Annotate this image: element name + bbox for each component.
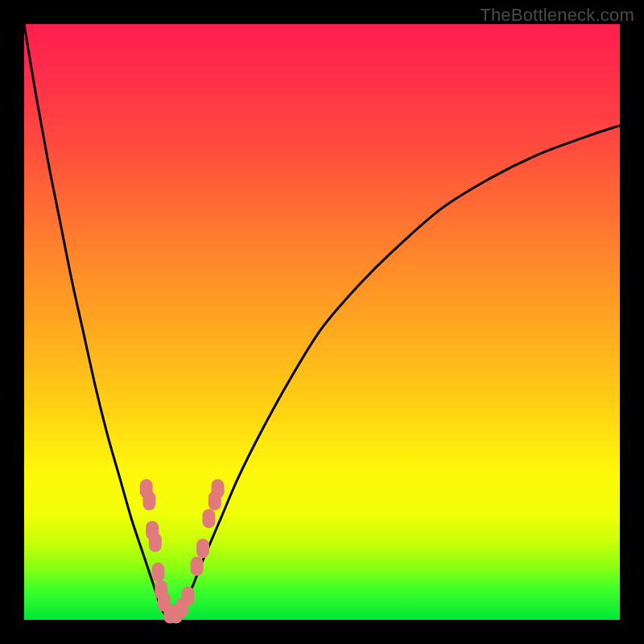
chart-curve-group (24, 24, 620, 621)
chart-marker-group (140, 479, 225, 623)
curve-marker (152, 563, 165, 582)
chart-plot-area (24, 24, 620, 620)
watermark-text: TheBottleneck.com (480, 5, 634, 26)
curve-marker (149, 533, 162, 552)
curve-marker (191, 556, 204, 576)
chart-frame: TheBottleneck.com (0, 0, 644, 644)
curve-marker (196, 539, 209, 558)
curve-marker (202, 509, 215, 528)
bottleneck-curve (24, 24, 620, 621)
chart-svg (24, 24, 620, 620)
curve-marker (212, 479, 225, 498)
curve-marker (182, 586, 195, 605)
curve-marker (142, 491, 155, 510)
